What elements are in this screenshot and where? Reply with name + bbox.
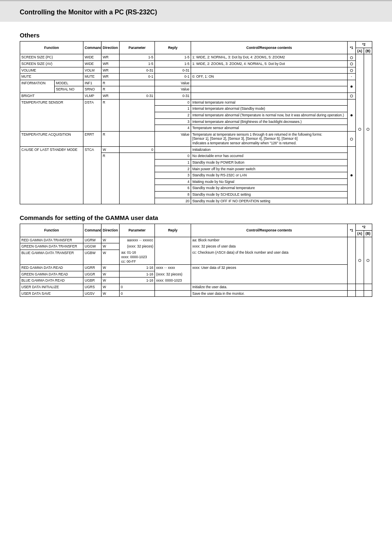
table-row: USER DATA SAVE UGSV W 0 Save the user da… <box>20 290 372 297</box>
th-parameter: Parameter <box>120 224 155 237</box>
table-row: TEMPERATURE ACQUISITION ERRT R Value Tem… <box>20 131 372 146</box>
th-a: (A) <box>355 230 364 237</box>
section-gamma-title: Commands for setting of the GAMMA user d… <box>20 214 372 221</box>
th-function: Function <box>20 42 83 54</box>
th-b: (B) <box>364 48 372 54</box>
table-row: BLUE GAMMA DATA TRANSFER UGBW W aa: 01-1… <box>20 250 372 264</box>
th-star1: *1 <box>347 42 355 54</box>
mark-open <box>350 68 353 72</box>
table-row: USER DATA INITIALIZE UGRS W 0 Initialize… <box>20 284 372 291</box>
mark-open <box>350 136 353 141</box>
th-control: Control/Response contents <box>191 224 348 237</box>
mark-filled <box>350 173 353 177</box>
page-title: Controlling the Monitor with a PC (RS-23… <box>0 0 392 22</box>
mark-filled <box>350 84 353 88</box>
th-reply: Reply <box>155 224 191 237</box>
th-parameter: Parameter <box>120 42 155 54</box>
table-row: GREEN GAMMA DATA TRANSFER UGGW W (xxxx: … <box>20 243 372 250</box>
th-direction: Direction <box>101 224 120 237</box>
table-row: MUTE MUTE WR 0-1 0-1 0: OFF, 1: ON - <box>20 74 372 80</box>
th-a: (A) <box>355 48 364 54</box>
mark-open <box>367 127 369 131</box>
mark-open <box>350 94 353 98</box>
table-row: INFORMATION MODEL INF1 R Value <box>20 80 372 86</box>
table-row: BRIGHT VLMP WR 0-31 0-31 <box>20 93 372 99</box>
gamma-table: Function Command Direction Parameter Rep… <box>20 224 372 297</box>
mark-open <box>350 62 353 66</box>
table-row: BLUE GAMMA DATA READ UGBR W 1-16 xxxx: 0… <box>20 278 372 284</box>
section-others-title: Others <box>20 32 372 39</box>
mark-open <box>358 127 361 131</box>
th-control: Control/Response contents <box>191 42 348 54</box>
th-star2: *2 <box>355 224 372 231</box>
table-row: TEMPERATURE SENSOR DSTA R 0 Internal tem… <box>20 99 372 106</box>
table-row: GREEN GAMMA DATA READ UGGR W 1-16 (xxxx:… <box>20 271 372 278</box>
blank-area <box>20 297 372 555</box>
mark-open <box>350 55 353 59</box>
th-reply: Reply <box>155 42 191 54</box>
table-row: SCREEN SIZE (PC) WIDE WR 1-5 1-5 1: WIDE… <box>20 54 372 61</box>
th-function: Function <box>20 224 83 237</box>
mark-filled <box>350 113 353 117</box>
th-command: Command <box>83 224 101 237</box>
table-row: SERIAL NO SRNO R Value <box>20 86 372 93</box>
table-row: RED GAMMA DATA TRANSFER UGRW W aaxxxx ··… <box>20 237 372 243</box>
th-direction: Direction <box>101 42 120 54</box>
table-row: SCREEN SIZE (AV) WIDE WR 1-5 1-5 1: WIDE… <box>20 60 372 67</box>
table-row: CAUSE OF LAST STANDBY MODE STCA W 0 Init… <box>20 146 372 153</box>
th-star1: *1 <box>347 224 355 237</box>
th-star2: *2 <box>355 42 372 48</box>
main-content: Others Function Command Direction Parame… <box>0 32 392 555</box>
others-table: Function Command Direction Parameter Rep… <box>20 41 372 204</box>
mark-open <box>367 258 369 262</box>
table-row: VOLUME VOLM WR 0-31 0-31 <box>20 67 372 74</box>
th-command: Command <box>83 42 101 54</box>
table-row: RED GAMMA DATA READ UGRR W 1-16 xxxx ···… <box>20 265 372 271</box>
th-b: (B) <box>364 230 372 237</box>
mark-open <box>358 258 361 262</box>
